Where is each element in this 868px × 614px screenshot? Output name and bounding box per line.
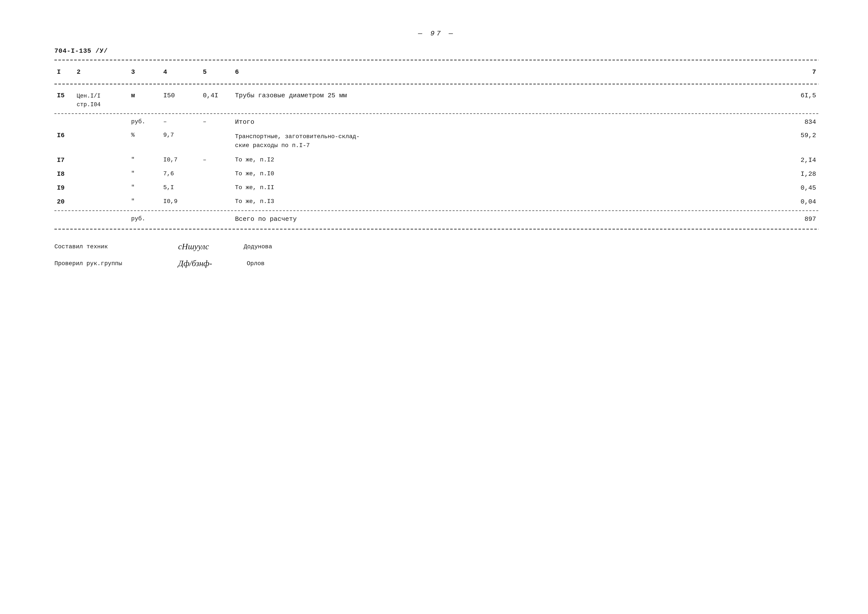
- row-19-col1: I9: [54, 182, 74, 194]
- checked-line: Проверил рук.группы Дф/бзнф- Орлов: [54, 259, 818, 268]
- row-18-table: I8 " 7,6 То же, п.I0 I,28: [54, 168, 818, 180]
- header-col-2: 2: [74, 64, 129, 80]
- table-row: 20 " I0,9 То же, п.I3 0,04: [54, 196, 818, 208]
- header-col-7: 7: [774, 64, 818, 80]
- row-16-col4: 9,7: [161, 130, 200, 152]
- row-16-col7: 59,2: [774, 130, 818, 152]
- row-19-col7: 0,45: [774, 182, 818, 194]
- row-20-col4: I0,9: [161, 196, 200, 208]
- itogo-col6: Итого: [232, 116, 774, 128]
- header-col-6: 6: [232, 64, 774, 80]
- main-table: I 2 3 4 5 6 7: [54, 64, 818, 80]
- row-15-col2: Цен.I/Iстр.I04: [74, 89, 129, 111]
- page: — 97 — 704-I-135 /У/ I 2 3 4 5 6 7: [0, 0, 868, 614]
- row-20-col3: ": [129, 196, 161, 208]
- bottom-separator: [54, 229, 818, 230]
- row-15-col3: м: [129, 89, 161, 111]
- row-18-col1: I8: [54, 168, 74, 180]
- checked-signature: Дф/бзнф-: [178, 259, 212, 268]
- header-col-5: 5: [200, 64, 232, 80]
- row-18-col5: [200, 168, 232, 180]
- row-16-table: I6 % 9,7 Транспортные, заготовительно-ск…: [54, 130, 818, 152]
- itogo-col4: –: [161, 116, 200, 128]
- vsego-col3: руб.: [129, 213, 161, 225]
- table-row: I6 % 9,7 Транспортные, заготовительно-ск…: [54, 130, 818, 152]
- vsego-col1: [54, 213, 74, 225]
- vsego-col7: 897: [774, 213, 818, 225]
- row-17-col4: I0,7: [161, 154, 200, 166]
- row-16-col3: %: [129, 130, 161, 152]
- table-header-row: I 2 3 4 5 6 7: [54, 64, 818, 80]
- table-row: руб. Всего по расчету 897: [54, 213, 818, 225]
- itogo-col2: [74, 116, 129, 128]
- vsego-col4: [161, 213, 200, 225]
- table-row: руб. – – Итого 834: [54, 116, 818, 128]
- row-19-col6: То же, п.II: [232, 182, 774, 194]
- vsego-table: руб. Всего по расчету 897: [54, 213, 818, 225]
- row-18-col4: 7,6: [161, 168, 200, 180]
- row-18-col3: ": [129, 168, 161, 180]
- row-18-col6: То же, п.I0: [232, 168, 774, 180]
- row-19-col2: [74, 182, 129, 194]
- vsego-col2: [74, 213, 129, 225]
- row-15-col5: 0,4I: [200, 89, 232, 111]
- table-row: I8 " 7,6 То же, п.I0 I,28: [54, 168, 818, 180]
- row-15-table: I5 Цен.I/Iстр.I04 м I50 0,4I Трубы газов…: [54, 89, 818, 111]
- row-20-col7: 0,04: [774, 196, 818, 208]
- row-17-col1: I7: [54, 154, 74, 166]
- row-20-col2: [74, 196, 129, 208]
- vsego-col6: Всего по расчету: [232, 213, 774, 225]
- row-20-col5: [200, 196, 232, 208]
- row-15-separator: [54, 113, 818, 114]
- row-15-col4: I50: [161, 89, 200, 111]
- checked-label: Проверил рук.группы: [54, 260, 158, 267]
- row-20-table: 20 " I0,9 То же, п.I3 0,04: [54, 196, 818, 208]
- compiled-name: Додунова: [244, 243, 272, 250]
- itogo-col7: 834: [774, 116, 818, 128]
- itogo-table: руб. – – Итого 834: [54, 116, 818, 128]
- table-row: I5 Цен.I/Iстр.I04 м I50 0,4I Трубы газов…: [54, 89, 818, 111]
- header-col-4: 4: [161, 64, 200, 80]
- row-18-col7: I,28: [774, 168, 818, 180]
- row-18-col2: [74, 168, 129, 180]
- row-19-col5: [200, 182, 232, 194]
- footer-section: Составил техник сНшуулс Додунова Провери…: [54, 237, 818, 268]
- header-col-3: 3: [129, 64, 161, 80]
- row-17-col2: [74, 154, 129, 166]
- header-bottom-separator: [54, 84, 818, 84]
- checked-name: Орлов: [246, 260, 264, 267]
- page-number: — 97 —: [54, 30, 818, 37]
- row-16-col2: [74, 130, 129, 152]
- row-20-col6: То же, п.I3: [232, 196, 774, 208]
- row-17-col6: То же, п.I2: [232, 154, 774, 166]
- row-19-col3: ": [129, 182, 161, 194]
- row-17-col3: ": [129, 154, 161, 166]
- row-19-col4: 5,I: [161, 182, 200, 194]
- row-16-col6: Транспортные, заготовительно-склад-ские …: [232, 130, 774, 152]
- table-row: I9 " 5,I То же, п.II 0,45: [54, 182, 818, 194]
- row-16-col1: I6: [54, 130, 74, 152]
- table-row: I7 " I0,7 – То же, п.I2 2,I4: [54, 154, 818, 166]
- header-col-1: I: [54, 64, 74, 80]
- top-separator: [54, 60, 818, 61]
- row-20-col1: 20: [54, 196, 74, 208]
- itogo-col1: [54, 116, 74, 128]
- row-17-table: I7 " I0,7 – То же, п.I2 2,I4: [54, 154, 818, 166]
- doc-ref: 704-I-135 /У/: [54, 47, 818, 55]
- row-20-separator: [54, 210, 818, 211]
- vsego-col5: [200, 213, 232, 225]
- compiled-label: Составил техник: [54, 243, 158, 250]
- row-16-col5: [200, 130, 232, 152]
- row-15-col1: I5: [54, 89, 74, 111]
- compiled-line: Составил техник сНшуулс Додунова: [54, 242, 818, 251]
- itogo-col3: руб.: [129, 116, 161, 128]
- itogo-col5: –: [200, 116, 232, 128]
- row-15-col7: 6I,5: [774, 89, 818, 111]
- row-19-table: I9 " 5,I То же, п.II 0,45: [54, 182, 818, 194]
- row-17-col5: –: [200, 154, 232, 166]
- compiled-signature: сНшуулс: [178, 242, 209, 251]
- row-15-col6: Трубы газовые диаметром 25 мм: [232, 89, 774, 111]
- row-17-col7: 2,I4: [774, 154, 818, 166]
